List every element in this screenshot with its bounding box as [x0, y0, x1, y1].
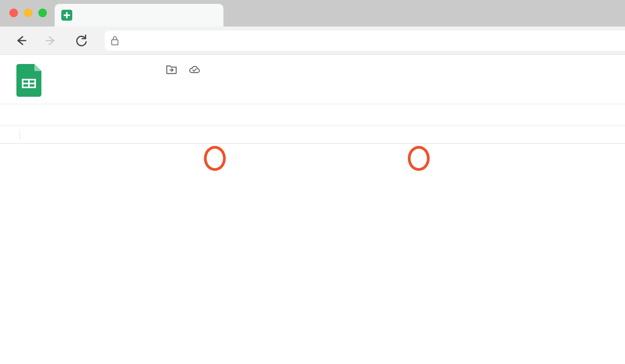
browser-tab[interactable] — [55, 4, 223, 27]
browser-toolbar — [0, 27, 625, 55]
screenshot-root — [0, 0, 625, 364]
spreadsheet-grid — [0, 144, 625, 364]
formula-bar-divider — [20, 130, 20, 140]
cloud-saved-icon[interactable] — [189, 65, 200, 74]
lock-icon — [110, 35, 120, 46]
move-to-folder-icon[interactable] — [166, 65, 177, 74]
back-icon[interactable] — [14, 27, 28, 55]
address-bar[interactable] — [105, 30, 625, 51]
reload-icon[interactable] — [74, 27, 89, 55]
minimize-window-button[interactable] — [24, 9, 32, 17]
google-sheets-logo-icon — [16, 64, 41, 97]
callout-1 — [204, 146, 226, 171]
window-controls — [9, 9, 47, 17]
sheets-header — [0, 55, 625, 104]
zoom-window-button[interactable] — [38, 9, 47, 17]
google-sheets-favicon-icon — [61, 9, 73, 21]
formatting-toolbar — [0, 104, 625, 126]
formula-bar — [0, 126, 625, 144]
browser-tab-bar — [0, 0, 625, 27]
forward-icon — [44, 27, 58, 55]
callout-2 — [408, 146, 430, 171]
close-window-button[interactable] — [9, 9, 18, 17]
